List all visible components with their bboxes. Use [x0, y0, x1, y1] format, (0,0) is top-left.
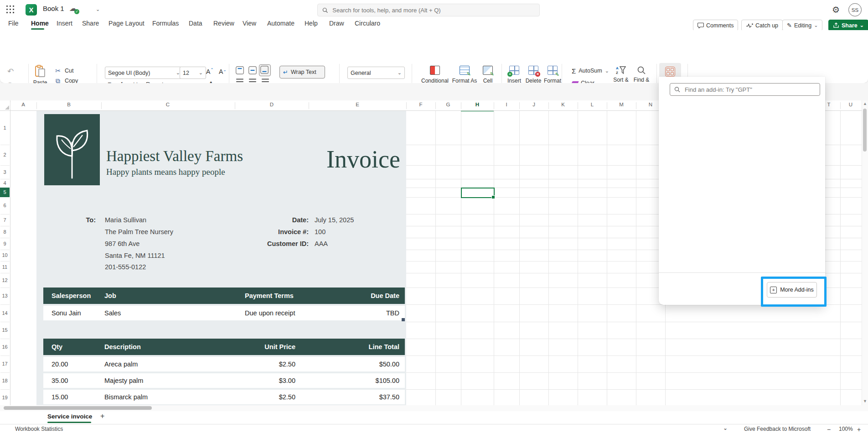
row-header-18[interactable]: 18	[0, 378, 10, 383]
row-header-6[interactable]: 6	[0, 203, 10, 208]
tab-home[interactable]: Home	[31, 20, 49, 27]
row-header-16[interactable]: 16	[0, 344, 10, 350]
cut-button[interactable]: ✂ Cut	[54, 66, 73, 75]
editing-mode-button[interactable]: ✎ Editing ⌄	[782, 20, 822, 31]
tab-file[interactable]: File	[8, 20, 19, 27]
column-header-U[interactable]: U	[849, 102, 852, 107]
row-header-14[interactable]: 14	[0, 310, 10, 316]
selected-cell-outline[interactable]	[461, 188, 495, 198]
column-header-H[interactable]: H	[475, 102, 479, 107]
row-header-13[interactable]: 13	[0, 293, 10, 298]
vertical-scrollbar-thumb[interactable]	[863, 109, 867, 152]
workbook-statistics[interactable]: Workbook Statistics	[15, 426, 63, 432]
font-size-select[interactable]: 12 ⌄	[180, 67, 206, 79]
row-header-3[interactable]: 3	[0, 169, 10, 175]
items-row[interactable]	[43, 390, 405, 404]
tab-review[interactable]: Review	[213, 20, 234, 27]
search-input[interactable]	[331, 6, 535, 14]
add-sheet-icon[interactable]: +	[100, 412, 104, 420]
row-header-11[interactable]: 11	[0, 264, 10, 270]
share-button[interactable]: Share ⌄	[828, 20, 868, 31]
row-header-15[interactable]: 15	[0, 327, 10, 333]
tab-data[interactable]: Data	[189, 20, 202, 27]
account-avatar[interactable]: SS	[848, 3, 862, 16]
settings-gear-icon[interactable]: ⚙	[832, 5, 840, 15]
row-header-7[interactable]: 7	[0, 217, 10, 223]
undo-icon[interactable]: ↶	[7, 67, 14, 76]
shrink-font-button[interactable]: A⌄	[219, 68, 227, 75]
status-chevron-icon[interactable]: ⌄	[723, 425, 728, 431]
column-header-M[interactable]: M	[619, 102, 624, 107]
column-header-C[interactable]: C	[166, 102, 170, 107]
excel-app-icon[interactable]: X	[26, 4, 37, 16]
tab-insert[interactable]: Insert	[57, 20, 72, 27]
gridline	[494, 110, 494, 405]
tab-formulas[interactable]: Formulas	[152, 20, 179, 27]
row-header-12[interactable]: 12	[0, 277, 10, 283]
more-add-ins-button[interactable]: + More Add-ins	[767, 282, 817, 298]
global-search[interactable]	[317, 4, 540, 16]
tab-page-layout[interactable]: Page Layout	[108, 20, 145, 27]
select-all-corner[interactable]	[0, 100, 10, 111]
document-title[interactable]: Book 1	[43, 5, 64, 12]
row-header-9[interactable]: 9	[0, 241, 10, 246]
autosum-button[interactable]: Σ AutoSum ⌄	[572, 66, 609, 75]
row-header-5[interactable]: 5	[0, 188, 10, 197]
align-middle-icon[interactable]	[248, 66, 257, 75]
gridline	[578, 110, 578, 405]
align-top-icon[interactable]	[235, 66, 244, 75]
align-bottom-icon[interactable]	[260, 65, 269, 74]
add-in-search-box[interactable]	[670, 83, 820, 96]
title-chevron-down-icon[interactable]: ⌄	[96, 6, 100, 12]
row-header-10[interactable]: 10	[0, 252, 10, 258]
column-header-D[interactable]: D	[270, 102, 274, 107]
row-header-19[interactable]: 19	[0, 395, 10, 400]
grow-font-button[interactable]: A⌃	[206, 68, 214, 75]
column-header-N[interactable]: N	[649, 102, 652, 107]
tab-circularo[interactable]: Circularo	[355, 20, 380, 27]
items-row[interactable]	[43, 373, 405, 388]
sheet-tab-service-invoice[interactable]: Service invoice	[47, 413, 92, 420]
sales-table-row[interactable]	[43, 306, 405, 320]
zoom-level[interactable]: 100%	[839, 426, 853, 432]
horizontal-scrollbar-thumb[interactable]	[4, 406, 152, 410]
column-header-E[interactable]: E	[356, 102, 359, 107]
catch-up-button[interactable]: Catch up	[741, 20, 783, 31]
add-ins-panel	[659, 77, 825, 305]
app-launcher-icon[interactable]	[6, 5, 15, 14]
comments-button[interactable]: Comments	[693, 20, 738, 31]
feedback-link[interactable]: Give Feedback to Microsoft	[744, 426, 811, 432]
row-header-2[interactable]: 2	[0, 152, 10, 157]
column-header-T[interactable]: T	[827, 102, 830, 107]
row-header-8[interactable]: 8	[0, 229, 10, 235]
scroll-up-icon[interactable]: ▲	[863, 101, 867, 106]
column-header-B[interactable]: B	[67, 102, 71, 107]
tab-view[interactable]: View	[243, 20, 256, 27]
tab-share[interactable]: Share	[82, 20, 99, 27]
active-sheet-underline	[47, 422, 91, 423]
column-header-K[interactable]: K	[561, 102, 565, 107]
wrap-text-label: Wrap Text	[291, 69, 316, 75]
tab-help[interactable]: Help	[305, 20, 318, 27]
tab-draw[interactable]: Draw	[329, 20, 344, 27]
number-format-select[interactable]: General ⌄	[347, 67, 405, 79]
column-header-I[interactable]: I	[506, 102, 507, 107]
column-header-A[interactable]: A	[21, 102, 25, 107]
column-header-G[interactable]: G	[446, 102, 450, 107]
column-header-J[interactable]: J	[532, 102, 535, 107]
font-family-select[interactable]: Segoe UI (Body) ⌄	[105, 67, 183, 79]
row-header-17[interactable]: 17	[0, 361, 10, 366]
add-in-search-input[interactable]	[684, 86, 816, 94]
row-header-4[interactable]: 4	[0, 180, 10, 186]
tab-automate[interactable]: Automate	[267, 20, 294, 27]
column-header-L[interactable]: L	[591, 102, 594, 107]
items-row[interactable]	[43, 357, 405, 371]
table-corner-handle[interactable]	[402, 318, 405, 321]
wrap-text-button[interactable]: ↵ Wrap Text	[279, 66, 325, 78]
fill-handle[interactable]	[491, 195, 495, 199]
column-header-F[interactable]: F	[419, 102, 422, 107]
row-header-1[interactable]: 1	[0, 125, 10, 131]
zoom-out-icon[interactable]: −	[827, 426, 831, 433]
scroll-down-icon[interactable]: ▼	[863, 399, 867, 403]
zoom-in-icon[interactable]: +	[857, 426, 861, 433]
